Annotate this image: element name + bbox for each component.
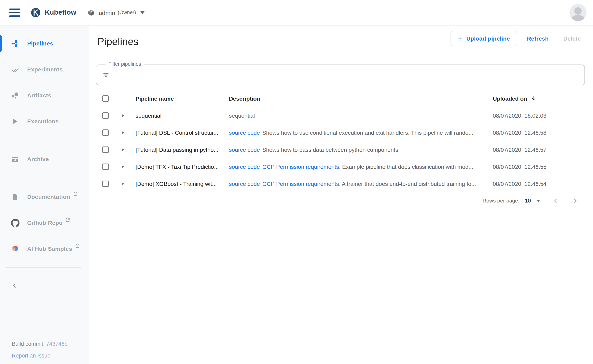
kubeflow-app: Kubeflow admin (Owner) [0,0,593,364]
expand-row-icon[interactable] [122,114,124,117]
table-row: [Tutorial] DSL - Control structur... sou… [98,124,585,141]
filter-icon [103,72,109,80]
sidebar-item-label: Archive [27,156,49,162]
sidebar-item-label: Executions [27,118,59,124]
sidebar-item-executions[interactable]: Executions [0,108,89,134]
github-icon [11,219,20,227]
pipeline-name[interactable]: sequential [131,112,229,119]
row-checkbox[interactable] [102,129,109,136]
pipeline-name[interactable]: [Tutorial] DSL - Control structur... [131,129,229,136]
row-checkbox[interactable] [102,112,109,119]
ai-hub-icon [11,245,20,253]
pipeline-name[interactable]: [Demo] TFX - Taxi Tip Predictio... [131,163,229,170]
sidebar-item-label: Documentation [27,194,70,200]
brand-name: Kubeflow [45,8,76,17]
row-checkbox[interactable] [102,163,109,170]
external-link-icon [65,217,70,224]
pipeline-name[interactable]: [Demo] XGBoost - Training wit... [131,180,229,187]
table-row: [Demo] TFX - Taxi Tip Predictio... sourc… [98,158,585,175]
namespace-role: (Owner) [118,10,136,15]
sidebar-footer: Build commit: 743746b Report an Issue [12,341,68,359]
toolbar: + Upload pipeline Refresh Delete [450,30,585,47]
page-title: Pipelines [98,36,139,47]
chevron-left-icon [11,284,18,290]
pipeline-description: Shows how to use conditional execution a… [262,129,473,136]
uploaded-date: 08/07/2020, 16:02:03 [493,112,585,119]
rows-per-page-value[interactable]: 10 [525,198,531,204]
page-header: Pipelines + Upload pipeline Refresh Dele… [89,26,593,54]
delete-button[interactable]: Delete [559,35,585,42]
report-issue-link[interactable]: Report an Issue [12,353,51,359]
filter-field: Filter pipelines [96,65,585,85]
column-header-uploaded-on[interactable]: Uploaded on [493,95,537,102]
expand-row-icon[interactable] [122,182,124,185]
uploaded-date: 08/07/2020, 12:46:55 [493,163,585,170]
pipelines-table: Pipeline name Description Uploaded on [98,90,585,209]
filter-input[interactable] [116,65,580,84]
uploaded-date: 08/07/2020, 12:46:57 [493,146,585,153]
row-checkbox[interactable] [102,180,109,187]
sidebar-item-label: Experiments [27,66,63,73]
chevron-down-icon [140,11,144,14]
sidebar-item-documentation[interactable]: Documentation [0,184,89,210]
sidebar-item-label: Pipelines [27,40,53,47]
sidebar-item-github-repo[interactable]: Github Repo [0,210,89,236]
plus-icon: + [458,35,462,42]
namespace-name: admin [99,9,115,16]
build-commit-label: Build commit: [12,341,45,347]
menu-icon[interactable] [9,8,20,17]
pipeline-description: Shows how to pass data between python co… [262,146,400,153]
external-link-icon [75,243,80,250]
source-code-link[interactable]: source code [229,180,260,187]
avatar[interactable] [569,4,586,21]
divider [6,178,81,178]
next-page-button[interactable] [571,197,579,205]
expand-row-icon[interactable] [122,148,124,151]
gcp-permission-link[interactable]: GCP Permission requirements [262,180,339,187]
collapse-sidebar-button[interactable] [10,281,20,292]
sidebar-item-archive[interactable]: Archive [0,146,89,172]
divider [6,267,81,268]
sidebar-item-artifacts[interactable]: Artifacts [0,82,89,108]
archive-icon [11,155,20,163]
pipeline-description: . Example pipeline that does classificat… [339,163,473,170]
table-row: sequential sequential 08/07/2020, 16:02:… [98,107,585,124]
row-checkbox[interactable] [102,146,109,153]
sidebar: Pipelines Experiments Artifacts [0,26,89,364]
pipeline-description: . A trainer that does end-to-end distrib… [339,180,476,187]
source-code-link[interactable]: source code [229,129,260,136]
source-code-link[interactable]: source code [229,146,260,153]
sidebar-item-label: AI Hub Samples [27,246,72,252]
column-header-description: Description [229,95,493,102]
upload-pipeline-button[interactable]: + Upload pipeline [450,31,517,46]
sidebar-item-label: Github Repo [27,220,63,226]
experiments-icon [11,65,20,74]
previous-page-button[interactable] [552,197,560,205]
build-commit-link[interactable]: 743746b [46,341,68,347]
gcp-permission-link[interactable]: GCP Permission requirements [262,163,339,170]
divider [6,140,81,140]
select-all-checkbox[interactable] [102,95,109,102]
namespace-selector[interactable]: admin (Owner) [88,9,144,16]
topbar: Kubeflow admin (Owner) [0,0,593,26]
package-icon [88,9,95,16]
sidebar-item-experiments[interactable]: Experiments [0,56,89,82]
uploaded-date: 08/07/2020, 12:46:58 [493,129,585,136]
sidebar-item-pipelines[interactable]: Pipelines [0,30,89,56]
refresh-button[interactable]: Refresh [523,35,553,42]
expand-row-icon[interactable] [122,131,124,134]
rows-per-page-dropdown-icon[interactable] [536,199,540,202]
rows-per-page-label: Rows per page: [482,198,520,204]
pipeline-name[interactable]: [Tutorial] Data passing in pytho... [131,146,229,153]
sort-descending-icon [531,95,537,102]
main-content: Pipelines + Upload pipeline Refresh Dele… [89,26,593,364]
sidebar-item-ai-hub-samples[interactable]: AI Hub Samples [0,236,89,262]
uploaded-date: 08/07/2020, 12:46:54 [493,180,585,187]
column-header-pipeline-name[interactable]: Pipeline name [131,95,229,102]
external-link-icon [73,191,78,198]
expand-row-icon[interactable] [122,165,124,168]
source-code-link[interactable]: source code [229,163,260,170]
table-pagination: Rows per page: 10 [98,192,585,209]
kubeflow-home-link[interactable]: Kubeflow [30,7,76,18]
pipeline-description: sequential [229,112,255,119]
